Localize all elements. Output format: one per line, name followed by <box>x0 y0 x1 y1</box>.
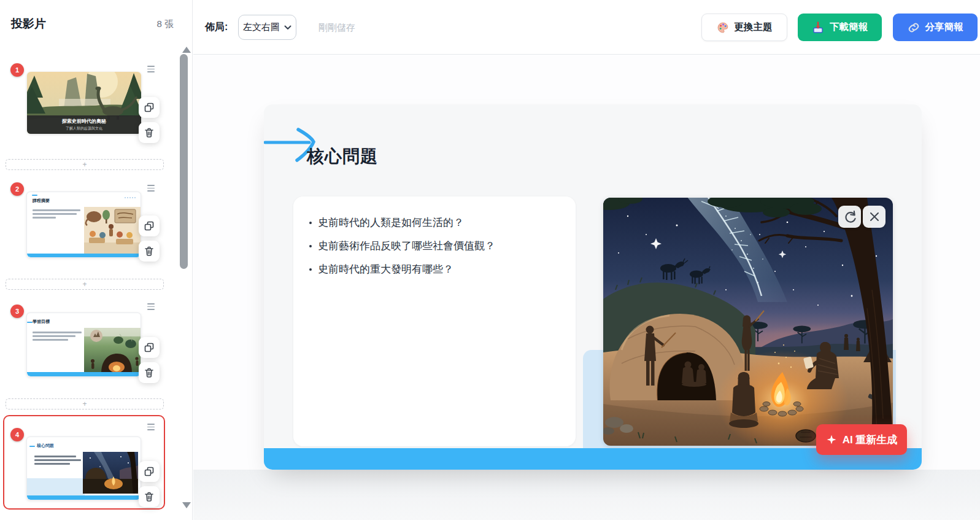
slide-number-badge: 3 <box>10 305 24 318</box>
trash-icon <box>144 491 155 502</box>
mini-dots <box>125 197 136 198</box>
copy-icon <box>144 102 155 113</box>
slides-sidebar: 投影片 8 張 1 <box>0 0 193 520</box>
slide-number-badge: 1 <box>10 63 24 77</box>
drag-handle-icon[interactable] <box>147 66 155 72</box>
ai-regenerate-label: AI 重新生成 <box>843 433 898 447</box>
campfire-night-illustration <box>603 198 893 446</box>
layout-select[interactable]: 左文右圖 <box>238 15 296 40</box>
duplicate-slide-button[interactable] <box>139 337 160 358</box>
cover-text-band: 探索史前時代的奧秘 了解人類的起源與文化 <box>27 115 141 134</box>
duplicate-slide-button[interactable] <box>139 461 160 482</box>
slide-thumbnail-3[interactable]: 學習目標 <box>26 312 141 377</box>
regenerate-image-button[interactable] <box>838 206 861 228</box>
download-label: 下載簡報 <box>830 21 868 34</box>
add-slide-button[interactable]: + <box>6 159 164 170</box>
mini-deco-block <box>27 478 85 495</box>
drag-handle-icon[interactable] <box>147 303 155 310</box>
ai-regenerate-button[interactable]: AI 重新生成 <box>816 424 907 455</box>
delete-slide-button[interactable] <box>139 486 160 507</box>
copy-icon <box>144 466 155 477</box>
jungle-art <box>84 328 141 372</box>
slide-title[interactable]: 核心問題 <box>307 145 378 168</box>
chevron-down-icon <box>284 25 291 30</box>
sidebar-scrollbar[interactable] <box>180 54 188 269</box>
bullet-item: 史前藝術作品反映了哪些社會價值觀？ <box>309 238 560 254</box>
link-icon <box>908 21 920 34</box>
mini-slide-title: 課程摘要 <box>33 198 50 204</box>
save-status: 剛剛儲存 <box>318 22 355 34</box>
slide-count: 8 張 <box>156 18 174 30</box>
mini-accent-dash <box>29 446 35 447</box>
add-slide-button[interactable]: + <box>6 398 164 409</box>
night-art <box>83 452 138 494</box>
scroll-down-icon[interactable] <box>182 502 191 508</box>
delete-slide-button[interactable] <box>139 122 160 143</box>
bullet-item: 史前時代的人類是如何生活的？ <box>309 215 560 231</box>
cover-subtitle: 了解人類的起源與文化 <box>66 126 102 131</box>
slide-thumbnail-4[interactable]: 核心問題 <box>26 437 141 500</box>
drag-handle-icon[interactable] <box>147 185 155 192</box>
editor-main-area: 核心問題 史前時代的人類是如何生活的？ 史前藝術作品反映了哪些社會價值觀？ 史前… <box>193 55 980 520</box>
slide-thumbnail-2[interactable]: 課程摘要 <box>26 192 141 258</box>
bullet-text: 史前時代的重大發明有哪些？ <box>318 262 453 277</box>
remove-image-button[interactable] <box>863 206 885 228</box>
duplicate-slide-button[interactable] <box>139 97 160 118</box>
bullet-card[interactable]: 史前時代的人類是如何生活的？ 史前藝術作品反映了哪些社會價值觀？ 史前時代的重大… <box>293 196 576 446</box>
classroom-art <box>84 207 141 254</box>
mini-accent-bar <box>27 254 141 257</box>
toolbar: 佈局: 左文右圖 剛剛儲存 更換主題 下載簡報 <box>193 0 980 55</box>
mini-accent-bar <box>27 372 141 376</box>
layout-label: 佈局: <box>205 21 228 34</box>
bullet-item: 史前時代的重大發明有哪些？ <box>309 262 560 277</box>
duplicate-slide-button[interactable] <box>139 215 160 236</box>
layout-select-value: 左文右圖 <box>243 21 280 33</box>
close-icon <box>869 211 880 222</box>
refresh-icon <box>843 209 857 224</box>
bullet-list: 史前時代的人類是如何生活的？ 史前藝術作品反映了哪些社會價值觀？ 史前時代的重大… <box>293 196 576 277</box>
mini-slide-title: 學習目標 <box>33 319 50 325</box>
trash-icon <box>144 127 155 138</box>
mini-accent-dash <box>32 195 37 196</box>
mini-slide-title: 核心問題 <box>37 443 54 449</box>
download-presentation-button[interactable]: 下載簡報 <box>798 14 882 41</box>
copy-icon <box>144 220 155 231</box>
change-theme-button[interactable]: 更換主題 <box>701 14 787 41</box>
share-presentation-button[interactable]: 分享簡報 <box>893 14 978 41</box>
delete-slide-button[interactable] <box>139 362 160 383</box>
trash-icon <box>144 246 155 257</box>
share-label: 分享簡報 <box>925 21 963 34</box>
bullet-dot <box>309 268 312 271</box>
copy-icon <box>144 342 155 353</box>
slide-image[interactable] <box>603 198 893 446</box>
download-icon <box>812 21 824 34</box>
sparkle-icon <box>826 434 837 445</box>
trash-icon <box>144 367 155 378</box>
bullet-text: 史前藝術作品反映了哪些社會價值觀？ <box>318 238 495 254</box>
slide-number-badge: 2 <box>10 182 24 196</box>
bullet-dot <box>309 222 312 224</box>
delete-slide-button[interactable] <box>139 241 160 262</box>
bullet-dot <box>309 245 312 247</box>
slide-thumbnail-1[interactable]: 探索史前時代的奧秘 了解人類的起源與文化 <box>27 72 141 134</box>
slide-canvas[interactable]: 核心問題 史前時代的人類是如何生活的？ 史前藝術作品反映了哪些社會價值觀？ 史前… <box>264 104 922 470</box>
slide-number-badge: 4 <box>10 428 24 441</box>
scroll-up-icon[interactable] <box>182 47 191 53</box>
presentation-editor: 投影片 8 張 1 <box>0 0 980 520</box>
canvas-backdrop <box>193 470 980 520</box>
sidebar-title: 投影片 <box>11 16 46 32</box>
add-slide-button[interactable]: + <box>6 279 164 290</box>
mini-accent-bar <box>27 495 141 500</box>
cover-title: 探索史前時代的奧秘 <box>62 118 106 125</box>
bullet-text: 史前時代的人類是如何生活的？ <box>318 215 464 231</box>
palette-icon <box>717 21 729 34</box>
mini-accent-dash <box>27 322 33 323</box>
change-theme-label: 更換主題 <box>735 21 773 34</box>
